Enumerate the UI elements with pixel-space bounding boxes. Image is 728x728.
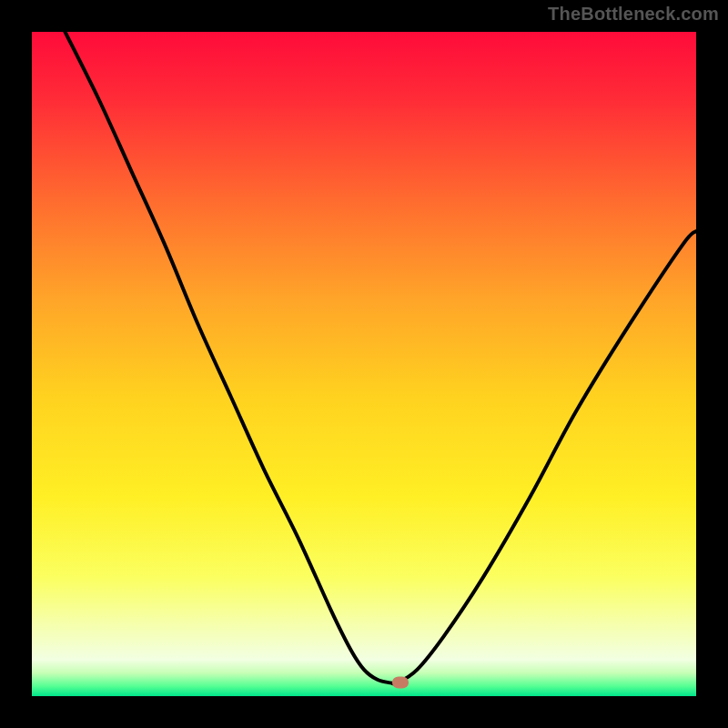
chart-svg: [32, 32, 696, 696]
plot-area: [32, 32, 696, 696]
optimal-point-marker: [392, 677, 409, 689]
watermark-text: TheBottleneck.com: [548, 4, 719, 25]
gradient-background: [32, 32, 696, 696]
chart-container: TheBottleneck.com: [0, 0, 728, 728]
